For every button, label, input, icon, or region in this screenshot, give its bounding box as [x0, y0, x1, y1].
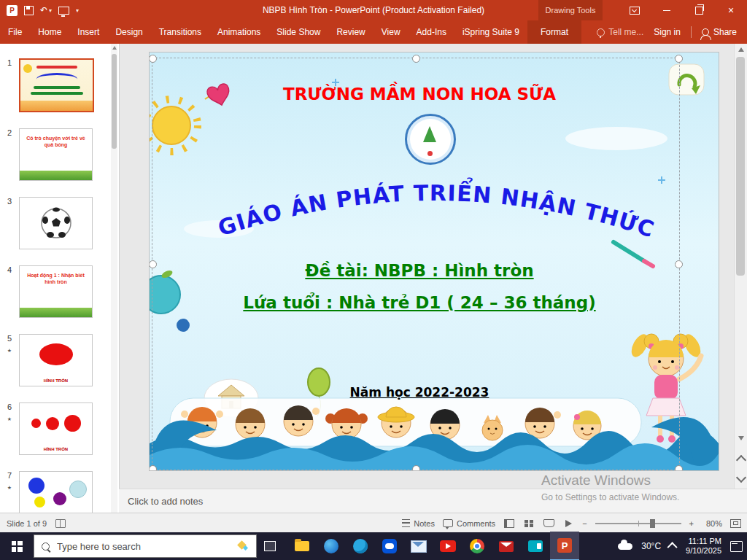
weather-cloud-icon[interactable] — [618, 543, 632, 550]
thumbnail-row-5: 5★ HÌNH TRÒN — [0, 334, 119, 386]
arc-title[interactable]: GIÁO ÁN PHÁT TRIỂN NHẬN THỨC — [208, 163, 660, 252]
zoom-slider-thumb[interactable] — [650, 519, 655, 528]
slide-thumbnail-7[interactable]: HÌNH TRÒN — [19, 471, 93, 513]
fit-to-window-icon[interactable] — [730, 519, 741, 528]
normal-view-button[interactable] — [503, 518, 515, 529]
ribbon-display-options-button[interactable] — [619, 0, 651, 20]
slide-thumbnail-5[interactable]: HÌNH TRÒN — [19, 334, 93, 386]
school-logo[interactable] — [405, 114, 456, 165]
year-text[interactable]: Năm học 2022-2023 — [150, 385, 689, 400]
blue-dot — [177, 319, 190, 332]
save-icon — [24, 6, 34, 15]
taskbar-clock[interactable]: 11:11 PM 9/10/2025 — [686, 537, 721, 556]
lightbulb-icon — [597, 28, 605, 36]
tab-animations[interactable]: Animations — [209, 20, 268, 44]
tab-addins[interactable]: Add-Ins — [409, 20, 454, 44]
taskbar-meet[interactable] — [521, 532, 550, 560]
search-icon — [42, 542, 50, 551]
taskbar-search[interactable] — [34, 534, 257, 558]
weather-temperature[interactable]: 30°C — [641, 541, 661, 551]
undo-caret-icon: ▾ — [49, 7, 52, 14]
slide-thumbnail-3[interactable] — [19, 197, 93, 249]
resize-handle-ne[interactable] — [675, 55, 683, 63]
save-button[interactable] — [24, 6, 34, 15]
app-icon[interactable]: P — [7, 5, 18, 16]
search-input[interactable] — [55, 540, 230, 553]
tab-transitions[interactable]: Transitions — [151, 20, 209, 44]
minimize-button[interactable] — [651, 0, 683, 20]
previous-slide-button[interactable] — [736, 455, 746, 465]
sign-in-button[interactable]: Sign in — [654, 27, 681, 37]
slide-thumbnail-1[interactable] — [19, 58, 94, 112]
resize-handle-s[interactable] — [412, 465, 420, 470]
file-explorer-icon — [295, 541, 309, 551]
tab-ispring[interactable]: iSpring Suite 9 — [454, 20, 527, 44]
taskbar-mail[interactable] — [404, 532, 433, 560]
zoom-slider[interactable] — [595, 523, 681, 524]
resize-handle-n[interactable] — [412, 55, 420, 63]
tab-file[interactable]: File — [0, 20, 30, 44]
slide-indicator: Slide 1 of 9 — [7, 519, 47, 528]
comments-toggle-button[interactable]: Comments — [443, 519, 495, 528]
thumbnail-row-1: 1 — [0, 58, 119, 112]
qat-caret-icon: ▾ — [76, 7, 79, 14]
start-button[interactable] — [0, 532, 34, 560]
taskbar-skype[interactable] — [346, 532, 375, 560]
zoom-level[interactable]: 80% — [702, 519, 722, 528]
next-slide-button[interactable] — [736, 472, 746, 483]
slide-thumbnail-2[interactable]: Cô trò chuyện với trẻ về quả bóng — [19, 128, 93, 181]
slide-thumbnail-4[interactable]: Hoạt động 1 : Nhận biết hình tròn — [19, 265, 93, 318]
ribbon-right-cluster: Tell me... Sign in Share — [597, 20, 747, 44]
tab-home[interactable]: Home — [30, 20, 69, 44]
tab-view[interactable]: View — [374, 20, 409, 44]
tab-format[interactable]: Format — [527, 20, 581, 44]
school-title[interactable]: TRƯỜNG MẦM NON HOA SỮA — [150, 85, 689, 104]
resize-handle-sw[interactable] — [150, 465, 157, 470]
slideshow-view-button[interactable] — [562, 518, 574, 529]
hidden-icons-caret[interactable] — [667, 542, 678, 552]
taskbar-gmail[interactable] — [492, 532, 521, 560]
tell-me-button[interactable]: Tell me... — [597, 27, 643, 37]
notes-toggle-button[interactable]: Notes — [402, 519, 435, 528]
close-button[interactable]: × — [715, 0, 747, 20]
slide-scrollbar[interactable] — [734, 44, 747, 513]
tab-slideshow[interactable]: Slide Show — [268, 20, 328, 44]
taskbar-file-explorer[interactable] — [287, 532, 317, 560]
slide-thumbnail-6[interactable]: HÌNH TRÒN — [19, 402, 93, 455]
topic-text[interactable]: Đề tài: NBPB : Hình tròn — [150, 261, 689, 280]
undo-button[interactable]: ↶▾ — [40, 5, 52, 15]
taskbar-edge[interactable] — [317, 532, 346, 560]
age-text[interactable]: Lứa tuổi : Nhà trẻ D1 ( 24 – 36 tháng) — [150, 293, 689, 312]
resize-handle-se[interactable] — [675, 465, 683, 470]
soccer-ball-icon — [40, 207, 72, 239]
ribbon-tab-bar: File Home Insert Design Transitions Anim… — [0, 20, 747, 44]
tab-insert[interactable]: Insert — [69, 20, 107, 44]
taskbar-youtube[interactable] — [433, 532, 462, 560]
resize-handle-e[interactable] — [675, 260, 683, 268]
zoom-in-button[interactable]: + — [689, 519, 694, 528]
taskbar-powerpoint[interactable]: P — [550, 532, 579, 560]
taskbar-chrome[interactable] — [462, 532, 492, 560]
task-view-button[interactable] — [257, 532, 283, 560]
thumbnail-scrollbar[interactable] — [111, 44, 117, 513]
thumbnail-row-4: 4 Hoạt động 1 : Nhận biết hình tròn — [0, 265, 119, 318]
share-button[interactable]: Share — [702, 27, 737, 37]
zoom-out-button[interactable]: − — [582, 519, 587, 528]
notes-placeholder: Click to add notes — [128, 496, 203, 507]
notes-pane[interactable]: Click to add notes — [119, 489, 747, 513]
reading-view-button[interactable] — [543, 518, 554, 529]
tab-review[interactable]: Review — [328, 20, 373, 44]
tab-design[interactable]: Design — [107, 20, 150, 44]
slide-canvas[interactable]: TRƯỜNG MẦM NON HOA SỮA GIÁO ÁN PHÁT TRIỂ… — [150, 52, 719, 470]
reading-view-icon — [543, 519, 554, 527]
slide-sorter-view-button[interactable] — [523, 518, 535, 529]
skype-icon — [353, 539, 368, 553]
action-center-icon[interactable] — [730, 541, 743, 552]
slide-workspace: TRƯỜNG MẦM NON HOA SỮA GIÁO ÁN PHÁT TRIỂ… — [119, 44, 747, 513]
proofing-icon[interactable] — [55, 519, 66, 528]
restore-button[interactable] — [683, 0, 715, 20]
taskbar-zalo[interactable] — [375, 532, 404, 560]
start-slideshow-button[interactable] — [58, 7, 69, 15]
customize-qat-button[interactable]: ▾ — [76, 7, 79, 14]
arc-title-text: GIÁO ÁN PHÁT TRIỂN NHẬN THỨC — [214, 177, 657, 243]
